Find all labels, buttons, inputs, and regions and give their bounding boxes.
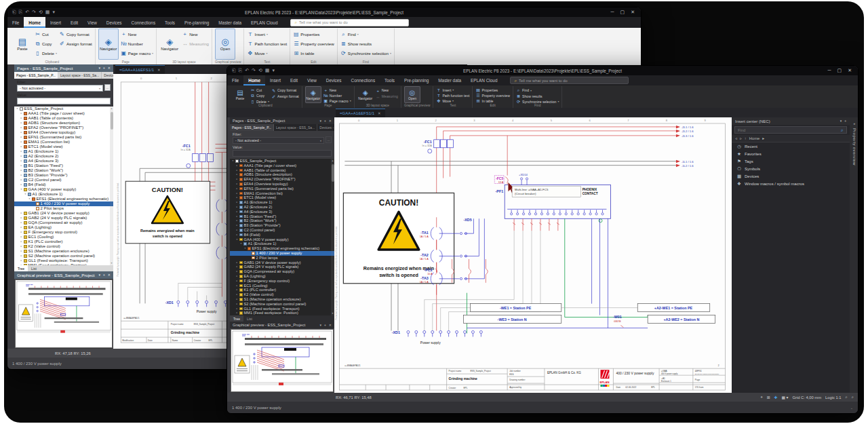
tree-expander-icon[interactable]: ▸ (20, 220, 23, 225)
tree-item[interactable]: ▸B1 (Station "Feed") (230, 214, 334, 219)
ribbon-button-synchronize-selection[interactable]: ⟳Synchronize selection▾ (340, 49, 391, 58)
pc2-label[interactable]: -PC2 (425, 268, 433, 272)
tree-expander-icon[interactable]: ▸ (235, 163, 239, 168)
tree-item[interactable]: ▸A1 (Enclosure 1) (14, 149, 113, 154)
status-icon-snap[interactable]: ⌖ (760, 395, 762, 400)
tree-expander-icon[interactable]: ▸ (20, 225, 23, 230)
tree-item[interactable]: ▸MM1 (Feed workpiece: Position) (230, 311, 334, 315)
up-icon[interactable]: ↑ (745, 136, 747, 140)
ribbon-button-new[interactable]: +New (182, 30, 209, 39)
property-overview-strip[interactable]: « Property overview (850, 117, 859, 393)
tree-item[interactable]: ▸K1 (PLC controller) (230, 288, 334, 292)
close-tab-icon[interactable]: ✕ (157, 68, 161, 72)
tree-expander-icon[interactable]: ▾ (231, 159, 235, 163)
tree-expander-icon[interactable]: ▸ (20, 121, 23, 126)
undo-icon[interactable]: ↶ (245, 66, 249, 75)
tab-list[interactable]: List (243, 315, 256, 322)
tree-expander-icon[interactable]: ▸ (20, 254, 23, 258)
tree-expander-icon[interactable]: ▸ (20, 211, 23, 216)
tree-item[interactable]: ▸GAB1 (24 V device power supply) (14, 211, 113, 216)
tab-pages[interactable]: Pages - ESS_Sample_P... (230, 124, 274, 131)
tree-expander-icon[interactable]: ▸ (20, 178, 23, 182)
tree-item[interactable]: ▸C2 (Control panel) (14, 178, 113, 182)
ribbon-tab-master-data[interactable]: Master data (433, 75, 466, 85)
tree-expander-icon[interactable]: ▸ (20, 182, 23, 187)
interruption-point[interactable]: -2L1 / 1.6 (682, 126, 694, 129)
tree-expander-icon[interactable]: ▸ (20, 216, 23, 220)
tree-expander-icon[interactable]: ▸ (20, 135, 23, 140)
tree-item[interactable]: ▸F (Emergency stop control) (14, 230, 113, 235)
tree-expander-icon[interactable]: ▸ (235, 218, 239, 223)
tree-expander-icon[interactable]: ▸ (235, 302, 239, 307)
tree-expander-icon[interactable]: ▸ (20, 149, 23, 154)
ribbon-button-page-macro[interactable]: ▣Page macro▾ (121, 49, 153, 58)
ribbon-tab-devices[interactable]: Devices (321, 75, 347, 85)
tab-devices[interactable]: Devices - ESS_Sample_... (317, 124, 334, 131)
tree-item[interactable]: ▸C2 (Control panel) (230, 228, 334, 233)
tree-item[interactable]: ▸EC1 (Cooling) (230, 284, 334, 288)
insert-center-item-recent[interactable]: ◷Recent (732, 142, 850, 150)
tree-item[interactable]: ▸B1 (Station "Feed") (14, 163, 113, 168)
tree-expander-icon[interactable]: ▸ (235, 292, 239, 297)
fc1-label-back[interactable]: -FC1 (182, 144, 191, 148)
ribbon-button-new[interactable]: +New (376, 88, 398, 93)
ribbon-button-show-results[interactable]: ≣Show results (516, 94, 559, 98)
tree-expander-icon[interactable]: ▸ (20, 163, 23, 168)
tree-expander-icon[interactable]: ▾ (24, 192, 27, 197)
ribbon-button-property-overview[interactable]: ☰Property overview (475, 93, 510, 98)
tree-item[interactable]: ▸B4 (Field) (230, 233, 334, 237)
tree-item-selected[interactable]: 1 400 / 230 V power supply (14, 201, 113, 206)
tree-item-selected[interactable]: 1 400 / 230 V power supply (230, 251, 334, 256)
tree-item[interactable]: ▸EMA1 (Connection list) (230, 191, 334, 196)
tree-expander-icon[interactable]: ▸ (20, 154, 23, 159)
ribbon-button-3d-layout-space-navigator[interactable]: ◈Navigator (357, 86, 374, 103)
tree-expander-icon[interactable]: ▸ (20, 116, 23, 121)
ribbon-button-in-table[interactable]: ⊞In table (293, 49, 334, 58)
tree-item[interactable]: ▸S2 (Machine operation control panel) (230, 302, 334, 307)
redo-icon[interactable]: ↷ (32, 7, 36, 17)
close-icon[interactable]: ✕ (329, 323, 332, 328)
tree-item[interactable]: ▸A4 (Enclosure 3) (14, 159, 113, 163)
preview-thumbnail[interactable] (231, 329, 334, 392)
tree-item[interactable]: ▸GQA (Compressed air supply) (230, 269, 334, 274)
ribbon-tab-eplan-cloud[interactable]: EPLAN Cloud (466, 75, 502, 85)
tellme-search[interactable]: ⌕Tell me what you want to do (510, 77, 629, 84)
tellme-search[interactable]: ⌕Tell me what you want to do (290, 19, 409, 26)
insert-center-item-tags[interactable]: ⚑Tags (732, 157, 850, 165)
status-icon-layers[interactable]: ▦ ▾ (781, 396, 788, 400)
w01-label[interactable]: -W01 (613, 315, 622, 319)
ribbon-button-copy-format[interactable]: ✎Copy format (59, 30, 92, 39)
tree-expander-icon[interactable]: ▸ (235, 297, 239, 302)
ribbon-button-property-overview[interactable]: ☰Property overview (293, 39, 334, 48)
pin-icon[interactable]: ⌖ (324, 323, 326, 328)
xd1-label[interactable]: -XD1 (392, 330, 400, 334)
tree-expander-icon[interactable]: ▾ (239, 242, 243, 246)
ribbon-button-copy[interactable]: ⧉Copy (35, 39, 57, 48)
tree-expander-icon[interactable]: ▸ (235, 274, 239, 279)
ribbon-button-assign-format[interactable]: ✐Assign format (271, 94, 299, 99)
preview-panel-header[interactable]: Graphical preview - ESS_Sample_Project ▾… (14, 271, 113, 279)
tree-item[interactable]: ▸EC1 (Cooling) (14, 235, 113, 239)
tree-expander-icon[interactable]: ▸ (20, 230, 23, 235)
tab-layout-space[interactable]: Layout space - ESS_Sa... (274, 124, 317, 131)
maximize-button[interactable]: ▢ (620, 9, 625, 15)
titlebar[interactable]: ⎗⎘↶↷⟲▦▾ EPLAN Electric P8 2023 - E:\EPLA… (7, 7, 641, 17)
tree-item[interactable]: ▸MM1 (Feed workpiece: Position) (14, 263, 113, 265)
fc1-label[interactable]: -FC1 (424, 140, 432, 144)
chevron-down-icon[interactable]: ▾ (319, 323, 321, 328)
ribbon-tab-home[interactable]: Home (243, 75, 265, 85)
ribbon-button-insert[interactable]: TInsert▾ (247, 30, 287, 39)
tree-expander-icon[interactable]: ▸ (20, 168, 23, 173)
tree-expander-icon[interactable]: ▾ (235, 237, 239, 242)
tree-expander-icon[interactable]: ▸ (235, 172, 239, 177)
tree-expander-icon[interactable]: ▸ (235, 223, 239, 228)
tree-item[interactable]: ▸GQA (Compressed air supply) (14, 220, 113, 225)
tree-item[interactable]: ▸EFN1 (Summarized parts list) (14, 135, 113, 140)
undo-icon[interactable]: ↶ (25, 7, 29, 17)
pin-icon[interactable]: ⌖ (103, 273, 105, 277)
home-crumb[interactable]: Home (749, 136, 760, 140)
tree-item[interactable]: ▾EFS1 (Electrical engineering schematic) (14, 197, 113, 201)
titlebar[interactable]: ⎗⎘↶↷⟲▦▾ EPLAN Electric P8 2023 - E:\EPLA… (227, 66, 858, 75)
tree-expander-icon[interactable]: ▸ (20, 173, 23, 178)
close-icon[interactable]: ✕ (108, 66, 111, 71)
